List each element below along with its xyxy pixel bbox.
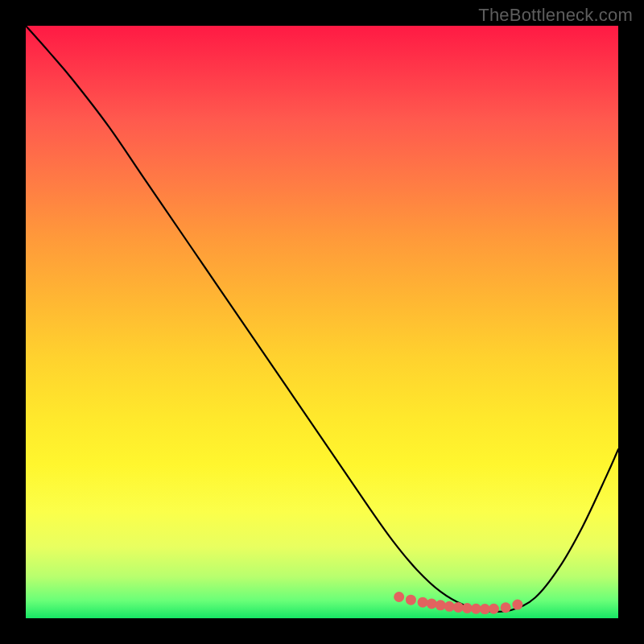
marker-dot — [489, 604, 499, 614]
optimal-range-markers — [394, 592, 522, 614]
marker-dot — [406, 595, 416, 605]
marker-dot — [453, 602, 464, 613]
marker-dot — [427, 598, 437, 609]
marker-dot — [418, 597, 428, 608]
chart-frame: TheBottleneck.com — [0, 0, 644, 644]
marker-dot — [394, 592, 404, 602]
plot-area — [26, 26, 618, 618]
chart-svg — [26, 26, 618, 618]
watermark-text: TheBottleneck.com — [478, 5, 633, 26]
bottleneck-curve — [26, 26, 618, 612]
marker-dot — [501, 602, 511, 613]
marker-dot — [512, 600, 522, 610]
marker-dot — [480, 604, 490, 614]
marker-dot — [462, 603, 473, 613]
marker-dot — [471, 604, 481, 614]
marker-dot — [436, 600, 446, 610]
marker-dot — [444, 601, 455, 612]
